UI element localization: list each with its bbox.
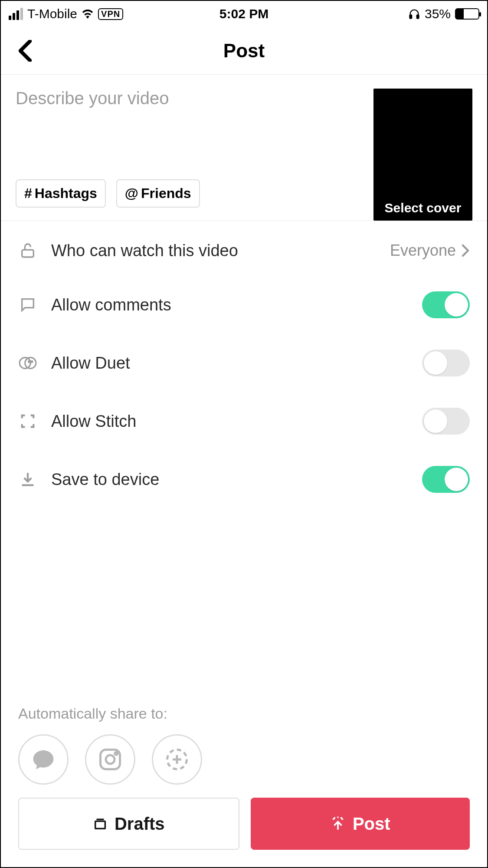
post-label: Post <box>353 814 390 834</box>
svg-rect-11 <box>95 821 105 828</box>
download-icon <box>18 470 37 489</box>
duet-icon <box>18 353 37 373</box>
privacy-value: Everyone <box>390 241 456 260</box>
save-row: Save to device <box>1 450 487 508</box>
battery-pct: 35% <box>425 7 451 21</box>
save-label: Save to device <box>51 470 408 489</box>
svg-point-9 <box>115 752 118 755</box>
svg-rect-2 <box>22 250 34 257</box>
clock: 5:02 PM <box>219 7 269 21</box>
privacy-row[interactable]: Who can watch this video Everyone <box>1 225 487 276</box>
vpn-badge: VPN <box>98 8 123 20</box>
stitch-toggle[interactable] <box>422 408 470 435</box>
lock-open-icon <box>18 241 37 260</box>
description-input[interactable]: Describe your video <box>16 89 361 108</box>
privacy-label: Who can watch this video <box>51 241 376 260</box>
share-instagram-button[interactable] <box>85 734 135 785</box>
carrier-label: T-Mobile <box>27 7 77 21</box>
drafts-label: Drafts <box>115 814 165 834</box>
chevron-right-icon <box>461 244 470 257</box>
svg-point-5 <box>31 361 33 362</box>
friends-label: Friends <box>141 185 191 201</box>
nav-bar: Post <box>1 27 487 75</box>
plus-dashed-icon <box>164 746 190 772</box>
instagram-icon <box>97 746 123 772</box>
drafts-button[interactable]: Drafts <box>18 798 239 850</box>
headphones-icon <box>408 8 420 20</box>
chat-bubble-icon <box>31 747 56 772</box>
settings-list: Who can watch this video Everyone Allow … <box>1 221 487 513</box>
hash-icon: # <box>24 185 32 201</box>
stitch-label: Allow Stitch <box>51 412 408 431</box>
comments-toggle[interactable] <box>422 291 470 318</box>
page-title: Post <box>223 40 265 62</box>
back-button[interactable] <box>13 39 37 63</box>
describe-section: Describe your video # Hashtags @ Friends… <box>1 75 487 221</box>
cover-thumbnail[interactable]: Select cover <box>373 89 472 221</box>
post-icon <box>330 816 346 832</box>
svg-point-6 <box>29 361 30 362</box>
svg-rect-1 <box>417 15 419 18</box>
comment-icon <box>18 295 37 314</box>
post-button[interactable]: Post <box>251 798 470 850</box>
share-more-button[interactable] <box>152 734 202 785</box>
wifi-icon <box>82 9 94 19</box>
select-cover-label: Select cover <box>373 201 472 215</box>
save-toggle[interactable] <box>422 466 470 493</box>
friends-button[interactable]: @ Friends <box>116 179 200 208</box>
share-messages-button[interactable] <box>18 734 69 785</box>
hashtags-button[interactable]: # Hashtags <box>16 179 106 208</box>
duet-toggle[interactable] <box>422 350 470 376</box>
share-section: Automatically share to: <box>1 705 487 798</box>
battery-icon <box>455 8 479 20</box>
bottom-bar: Drafts Post <box>1 798 487 867</box>
duet-label: Allow Duet <box>51 354 408 373</box>
comments-label: Allow comments <box>51 296 408 314</box>
status-right: 35% <box>408 7 479 21</box>
status-left: T-Mobile VPN <box>9 7 123 21</box>
duet-row: Allow Duet <box>1 334 487 392</box>
stitch-row: Allow Stitch <box>1 392 487 450</box>
status-bar: T-Mobile VPN 5:02 PM 35% <box>1 1 487 27</box>
at-icon: @ <box>125 185 138 201</box>
drafts-icon <box>93 816 108 831</box>
stitch-icon <box>18 412 37 431</box>
hashtags-label: Hashtags <box>35 185 97 201</box>
share-label: Automatically share to: <box>18 705 470 722</box>
svg-point-8 <box>106 755 115 764</box>
comments-row: Allow comments <box>1 276 487 334</box>
signal-icon <box>9 8 23 20</box>
svg-rect-0 <box>409 15 412 18</box>
chevron-left-icon <box>18 40 33 62</box>
